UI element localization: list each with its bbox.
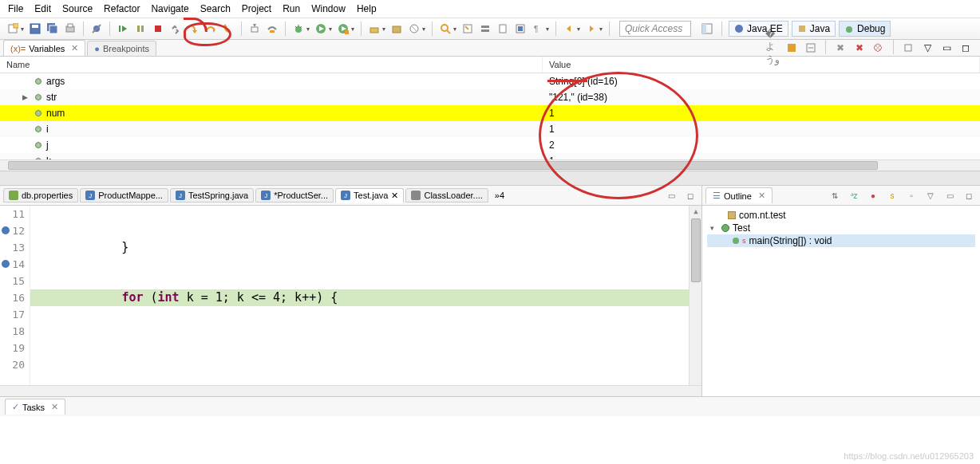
svg-rect-47 [799, 26, 805, 32]
resume-icon[interactable] [115, 21, 131, 37]
minimize-editor-icon[interactable]: ▭ [663, 187, 679, 203]
table-row[interactable]: k1 [0, 153, 980, 159]
debug-icon[interactable] [290, 21, 306, 37]
menu-navigate[interactable]: Navigate [151, 3, 188, 14]
remove-icon[interactable]: ✖ [852, 40, 867, 56]
svg-rect-10 [119, 26, 121, 32]
column-name[interactable]: Name [0, 57, 543, 73]
menu-file[interactable]: File [8, 3, 23, 14]
editor-tab-productmapper[interactable]: JProductMappe... [80, 188, 168, 203]
outline-class[interactable]: ▾Test [707, 222, 975, 234]
search-icon[interactable] [437, 21, 453, 37]
tab-variables[interactable]: (x)= Variables ✕ [3, 40, 85, 56]
scroll-up-icon[interactable]: ▲ [691, 207, 701, 217]
outline-method[interactable]: s main(String[]) : void [707, 234, 975, 247]
hide-fields-icon[interactable]: ᵃz [846, 187, 862, 203]
quick-access-input[interactable]: Quick Access [619, 21, 691, 37]
run-icon[interactable] [313, 21, 329, 37]
code-editor[interactable]: 11 12 13 14 15 16 17 18 19 20 } for (int… [0, 206, 701, 385]
collapse-all-icon[interactable] [803, 40, 819, 56]
editor-tab-db[interactable]: db.properties [3, 188, 78, 203]
menu-search[interactable]: Search [200, 3, 231, 14]
svg-marker-43 [590, 26, 594, 32]
remove-all-icon[interactable]: ⛒ [871, 40, 887, 56]
table-row[interactable]: i1 [0, 121, 980, 137]
more-tabs[interactable]: »4 [495, 191, 504, 200]
outline-view: ☰ Outline ✕ ⇅ ᵃz ● s ▫ ▽ ▭ ◻ com.nt.test… [702, 186, 980, 396]
pin-icon[interactable] [900, 40, 916, 56]
table-row[interactable]: argsString[0] (id=16) [0, 73, 980, 89]
suspend-icon[interactable] [132, 21, 148, 37]
minimize-icon[interactable]: ▭ [939, 40, 954, 56]
close-icon[interactable]: ✕ [391, 191, 398, 201]
view-menu-icon[interactable]: ▽ [923, 187, 939, 203]
hide-static-icon[interactable]: ● [865, 187, 881, 203]
menu-edit[interactable]: Edit [34, 3, 51, 14]
minimize-icon[interactable]: ▭ [942, 187, 958, 203]
perspective-debug[interactable]: Debug [839, 21, 891, 37]
toggle-mark-icon[interactable] [495, 21, 511, 37]
hide-local-icon[interactable]: ▫ [903, 187, 919, 203]
close-icon[interactable]: ✕ [51, 402, 58, 412]
annotate-icon[interactable] [460, 21, 476, 37]
maximize-editor-icon[interactable]: ◻ [682, 187, 698, 203]
add-watch-icon[interactable]: ✖ [832, 40, 848, 56]
step-filters-icon[interactable] [264, 21, 280, 37]
disconnect-icon[interactable] [168, 21, 184, 37]
perspective-java[interactable]: Java [792, 21, 836, 37]
editor-tab-classloader[interactable]: ClassLoader.... [405, 188, 488, 203]
scrollbar-thumb[interactable] [691, 218, 701, 282]
save-all-icon[interactable] [45, 21, 61, 37]
svg-rect-30 [370, 28, 378, 33]
menu-window[interactable]: Window [311, 3, 346, 14]
menu-run[interactable]: Run [283, 3, 300, 14]
step-over-icon[interactable] [203, 21, 219, 37]
table-row[interactable]: ▶str"121," (id=38) [0, 89, 980, 105]
menu-source[interactable]: Source [62, 3, 93, 14]
toggle-breadcrumb-icon[interactable] [477, 21, 493, 37]
show-whitespace-icon[interactable]: ¶ [530, 21, 546, 37]
sort-icon[interactable]: ⇅ [827, 187, 843, 203]
svg-point-33 [441, 25, 448, 31]
show-logical-icon[interactable] [784, 40, 800, 56]
menu-project[interactable]: Project [242, 3, 271, 14]
outline-package[interactable]: com.nt.test [707, 209, 975, 222]
maximize-icon[interactable]: ◻ [961, 187, 977, 203]
forward-icon[interactable] [583, 21, 599, 37]
drop-frame-icon[interactable] [247, 21, 263, 37]
print-icon[interactable] [62, 21, 78, 37]
back-icon[interactable] [561, 21, 577, 37]
new-class-icon[interactable] [406, 21, 422, 37]
new-server-icon[interactable] [366, 21, 382, 37]
save-icon[interactable] [27, 21, 43, 37]
step-return-icon[interactable] [220, 21, 236, 37]
editor-tab-test[interactable]: JTest.java ✕ [335, 188, 404, 203]
table-row[interactable]: num1 [0, 105, 980, 121]
scrollbar-thumb[interactable] [8, 161, 878, 170]
editor-tab-productser[interactable]: J*ProductSer... [255, 188, 334, 203]
new-package-icon[interactable] [389, 21, 405, 37]
toggle-block-icon[interactable] [512, 21, 528, 37]
run-last-icon[interactable] [335, 21, 351, 37]
skip-breakpoints-icon[interactable] [89, 21, 105, 37]
hide-nonpublic-icon[interactable]: s [884, 187, 900, 203]
show-type-icon[interactable]: �ようو [765, 40, 780, 56]
svg-rect-1 [14, 23, 18, 28]
open-perspective-icon[interactable] [699, 21, 715, 37]
column-value[interactable]: Value [543, 57, 980, 73]
tab-breakpoints[interactable]: ● Breakpoints [87, 41, 156, 56]
view-menu-icon[interactable]: ▽ [919, 40, 935, 56]
table-row[interactable]: j2 [0, 137, 980, 153]
tab-outline[interactable]: ☰ Outline ✕ [705, 187, 773, 203]
close-icon[interactable]: ✕ [758, 191, 765, 201]
close-icon[interactable]: ✕ [71, 43, 78, 53]
svg-rect-36 [481, 26, 489, 28]
editor-tab-testspring[interactable]: JTestSpring.java [170, 188, 254, 203]
step-into-icon[interactable] [185, 21, 201, 37]
menu-refactor[interactable]: Refactor [104, 3, 140, 14]
maximize-icon[interactable]: ◻ [958, 40, 974, 56]
menu-help[interactable]: Help [357, 3, 377, 14]
new-icon[interactable] [5, 21, 21, 37]
tab-tasks[interactable]: ✓ Tasks ✕ [5, 399, 65, 415]
terminate-icon[interactable] [150, 21, 166, 37]
